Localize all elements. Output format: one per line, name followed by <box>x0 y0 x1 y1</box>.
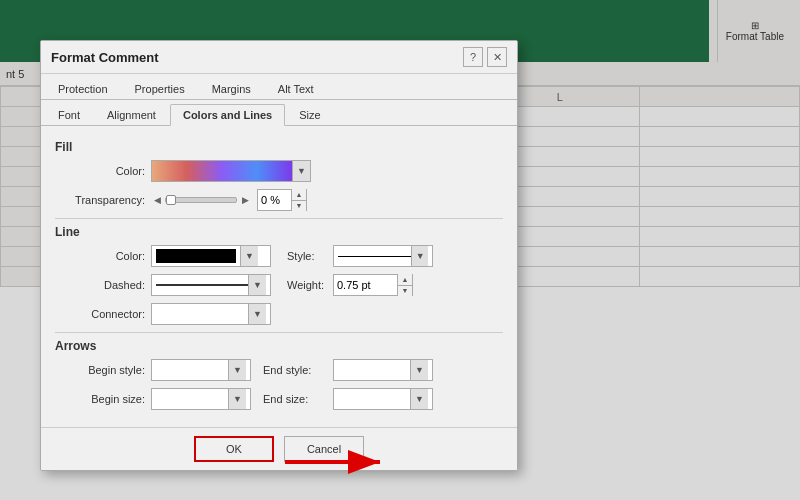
begin-style-select[interactable]: ▼ <box>151 359 251 381</box>
dialog-close-button[interactable]: ✕ <box>487 47 507 67</box>
tab-protection[interactable]: Protection <box>45 78 121 99</box>
begin-style-label: Begin style: <box>55 364 145 376</box>
begin-size-select[interactable]: ▼ <box>151 388 251 410</box>
tab-alt-text[interactable]: Alt Text <box>265 78 327 99</box>
dashed-dropdown: ▼ <box>248 275 266 295</box>
line-weight-label: Weight: <box>277 279 327 291</box>
arrows-style-row: Begin style: ▼ End style: ▼ <box>55 359 503 381</box>
fill-color-button[interactable]: ▼ <box>151 160 311 182</box>
arrows-size-row: Begin size: ▼ End size: ▼ <box>55 388 503 410</box>
end-style-label: End style: <box>257 364 327 376</box>
dialog-title: Format Comment <box>51 50 159 65</box>
dialog-content: Fill Color: ▼ Transparency: ◀ ▶ 0 % ▲ <box>41 126 517 427</box>
end-style-dropdown: ▼ <box>410 360 428 380</box>
end-size-dropdown: ▼ <box>410 389 428 409</box>
line-dashed-weight-row: Dashed: ▼ Weight: 0.75 pt ▲ ▼ <box>55 274 503 296</box>
dialog-help-button[interactable]: ? <box>463 47 483 67</box>
end-size-select[interactable]: ▼ <box>333 388 433 410</box>
dialog-tabs-row1: Protection Properties Margins Alt Text <box>41 74 517 100</box>
begin-size-dropdown: ▼ <box>228 389 246 409</box>
begin-size-label: Begin size: <box>55 393 145 405</box>
connector-row: Connector: ▼ <box>55 303 503 325</box>
line-weight-spinner[interactable]: 0.75 pt ▲ ▼ <box>333 274 413 296</box>
line-color-select[interactable]: ▼ <box>151 245 271 267</box>
format-comment-dialog: Format Comment ? ✕ Protection Properties… <box>40 40 518 471</box>
tab-alignment[interactable]: Alignment <box>94 104 169 125</box>
slider-track <box>165 197 237 203</box>
section-divider-1 <box>55 218 503 219</box>
tab-properties[interactable]: Properties <box>122 78 198 99</box>
fill-color-preview <box>152 161 292 181</box>
line-style-preview <box>338 256 411 257</box>
dashed-preview <box>156 284 248 286</box>
fill-transparency-label: Transparency: <box>55 194 145 206</box>
fill-section-label: Fill <box>55 140 503 154</box>
line-style-label: Style: <box>277 250 327 262</box>
ok-arrow-indicator <box>275 442 395 482</box>
line-dashed-select[interactable]: ▼ <box>151 274 271 296</box>
tab-colors-and-lines[interactable]: Colors and Lines <box>170 104 285 126</box>
line-style-dropdown: ▼ <box>411 246 428 266</box>
dialog-controls: ? ✕ <box>463 47 507 67</box>
end-size-label: End size: <box>257 393 327 405</box>
connector-label: Connector: <box>55 308 145 320</box>
line-color-preview <box>156 249 236 263</box>
transparency-value: 0 % <box>258 193 291 207</box>
line-color-dropdown: ▼ <box>240 246 258 266</box>
fill-color-dropdown-arrow: ▼ <box>292 161 310 181</box>
section-divider-2 <box>55 332 503 333</box>
dialog-tabs-row2: Font Alignment Colors and Lines Size <box>41 100 517 126</box>
end-style-select[interactable]: ▼ <box>333 359 433 381</box>
begin-style-dropdown: ▼ <box>228 360 246 380</box>
transparency-up-btn[interactable]: ▲ <box>292 189 306 201</box>
tab-margins[interactable]: Margins <box>199 78 264 99</box>
transparency-slider[interactable]: ◀ ▶ <box>151 195 251 205</box>
slider-right-arrow[interactable]: ▶ <box>239 195 251 205</box>
transparency-spinner[interactable]: 0 % ▲ ▼ <box>257 189 307 211</box>
line-color-label: Color: <box>55 250 145 262</box>
line-weight-value: 0.75 pt <box>334 278 397 292</box>
weight-up-btn[interactable]: ▲ <box>398 274 412 286</box>
transparency-spinner-btns: ▲ ▼ <box>291 189 306 211</box>
connector-dropdown: ▼ <box>248 304 266 324</box>
ok-button[interactable]: OK <box>194 436 274 462</box>
transparency-down-btn[interactable]: ▼ <box>292 201 306 212</box>
tab-font[interactable]: Font <box>45 104 93 125</box>
fill-transparency-row: Transparency: ◀ ▶ 0 % ▲ ▼ <box>55 189 503 211</box>
fill-color-row: Color: ▼ <box>55 160 503 182</box>
line-dashed-label: Dashed: <box>55 279 145 291</box>
dialog-titlebar: Format Comment ? ✕ <box>41 41 517 74</box>
slider-thumb <box>166 195 176 205</box>
connector-select[interactable]: ▼ <box>151 303 271 325</box>
fill-color-label: Color: <box>55 165 145 177</box>
line-color-style-row: Color: ▼ Style: ▼ <box>55 245 503 267</box>
tab-size[interactable]: Size <box>286 104 333 125</box>
arrows-section-label: Arrows <box>55 339 503 353</box>
line-weight-spinner-btns: ▲ ▼ <box>397 274 412 296</box>
line-style-select[interactable]: ▼ <box>333 245 433 267</box>
weight-down-btn[interactable]: ▼ <box>398 286 412 297</box>
slider-left-arrow[interactable]: ◀ <box>151 195 163 205</box>
line-section-label: Line <box>55 225 503 239</box>
